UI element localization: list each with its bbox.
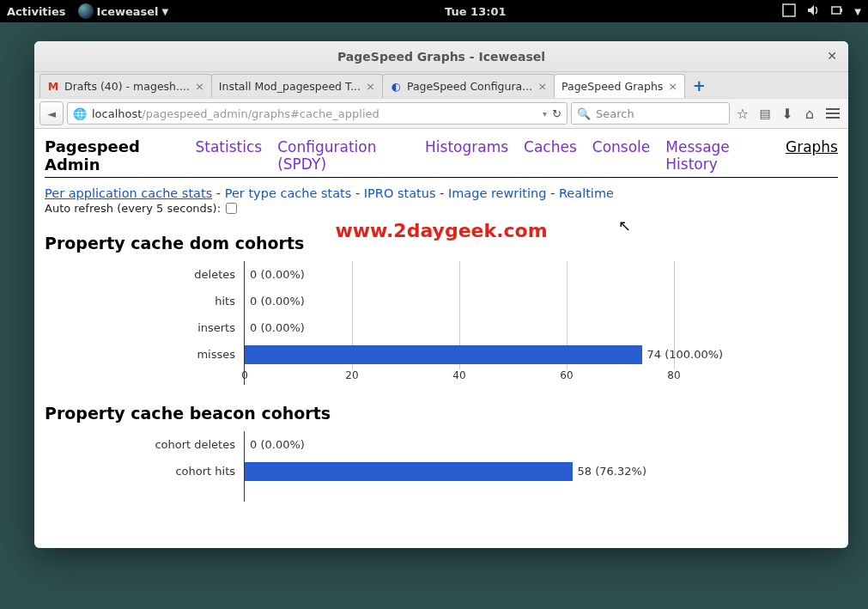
admin-link-graphs[interactable]: Graphs: [786, 138, 838, 155]
gnome-top-bar: Activities Iceweasel ▼ Tue 13:01 ▼: [0, 0, 868, 22]
url-bar[interactable]: 🌐 localhost/pagespeed_admin/graphs#cache…: [67, 102, 568, 125]
bar-label: inserts: [45, 314, 244, 341]
system-menu-chevron-icon[interactable]: ▼: [854, 7, 861, 16]
new-tab-button[interactable]: +: [689, 76, 708, 95]
nav-toolbar: ◄ 🌐 localhost/pagespeed_admin/graphs#cac…: [34, 98, 848, 129]
x-tick: 60: [560, 369, 573, 381]
subnav-per-app[interactable]: Per application cache stats: [45, 186, 212, 200]
subnav-image-rewriting[interactable]: Image rewriting: [448, 186, 547, 200]
page-content: Pagespeed Admin Statistics Configuration…: [34, 129, 848, 548]
subnav-ipro[interactable]: IPRO status: [364, 186, 436, 200]
chart-section: Property cache dom cohortsdeleteshitsins…: [45, 234, 838, 385]
x-tick: 80: [667, 369, 680, 381]
bar-label: misses: [45, 341, 244, 368]
cursor-icon: ↖: [618, 216, 631, 234]
bar-row: 0 (0.00%): [245, 288, 838, 314]
app-menu[interactable]: Iceweasel ▼: [78, 3, 169, 19]
x-axis: [245, 484, 838, 502]
bar-value: 0 (0.00%): [250, 321, 305, 334]
bar-value: 0 (0.00%): [250, 438, 305, 451]
admin-title: Pagespeed Admin: [45, 137, 179, 174]
bar-value: 0 (0.00%): [250, 295, 305, 308]
tab-install-mod[interactable]: Install Mod_pagespeed T... ×: [211, 74, 383, 98]
auto-refresh-label: Auto refresh (every 5 seconds):: [45, 202, 221, 215]
admin-link-configuration[interactable]: Configuration (SPDY): [277, 138, 410, 173]
bar: [245, 462, 573, 481]
x-tick: 40: [452, 369, 465, 381]
admin-link-console[interactable]: Console: [592, 138, 651, 155]
window-title: PageSpeed Graphs - Iceweasel: [337, 50, 545, 64]
tab-close-icon[interactable]: ×: [195, 80, 204, 93]
search-placeholder: Search: [596, 107, 634, 120]
admin-nav: Pagespeed Admin Statistics Configuration…: [45, 137, 838, 178]
search-bar[interactable]: 🔍 Search: [571, 102, 730, 125]
tab-pagespeed-graphs[interactable]: PageSpeed Graphs ×: [554, 74, 685, 98]
bar-row: 74 (100.00%): [245, 341, 838, 368]
a11y-icon[interactable]: [782, 3, 796, 20]
browser-window: PageSpeed Graphs - Iceweasel ✕ M Drafts …: [34, 41, 848, 548]
svg-rect-1: [832, 7, 841, 14]
bar-row: 0 (0.00%): [245, 431, 838, 458]
auto-refresh-row: Auto refresh (every 5 seconds):: [45, 202, 838, 215]
tab-strip: M Drafts (40) - magesh.... × Install Mod…: [34, 72, 848, 98]
tab-close-icon[interactable]: ×: [537, 80, 547, 93]
admin-link-statistics[interactable]: Statistics: [195, 138, 262, 155]
back-button[interactable]: ◄: [39, 101, 64, 125]
subnav-realtime[interactable]: Realtime: [559, 186, 614, 200]
admin-link-message-history[interactable]: Message History: [665, 138, 770, 173]
home-button[interactable]: ⌂: [800, 106, 819, 122]
bookmark-star-button[interactable]: ☆: [733, 106, 752, 122]
bar-label: deletes: [45, 261, 244, 288]
bar-chart: cohort deletescohort hits0 (0.00%)58 (76…: [45, 431, 838, 502]
chart-section: Property cache beacon cohortscohort dele…: [45, 404, 838, 502]
pagespeed-icon: ◐: [390, 81, 402, 93]
reader-view-button[interactable]: ▤: [756, 107, 774, 120]
bar-row: 58 (76.32%): [245, 458, 838, 484]
downloads-button[interactable]: ⬇: [778, 106, 797, 122]
battery-icon[interactable]: [830, 3, 844, 20]
chart-title: Property cache beacon cohorts: [45, 404, 838, 423]
clock[interactable]: Tue 13:01: [168, 5, 782, 18]
url-dropdown-icon[interactable]: ▾: [543, 109, 547, 119]
window-close-button[interactable]: ✕: [824, 48, 840, 64]
bar-value: 74 (100.00%): [647, 348, 724, 361]
window-titlebar[interactable]: PageSpeed Graphs - Iceweasel ✕: [34, 41, 848, 72]
reload-button[interactable]: ↻: [552, 107, 561, 120]
globe-icon: 🌐: [73, 107, 87, 120]
auto-refresh-checkbox[interactable]: [226, 203, 237, 214]
tab-close-icon[interactable]: ×: [668, 80, 677, 93]
activities-button[interactable]: Activities: [7, 5, 66, 18]
subnav-per-type[interactable]: Per type cache stats: [225, 186, 352, 200]
svg-rect-0: [783, 4, 795, 16]
tab-drafts[interactable]: M Drafts (40) - magesh.... ×: [39, 74, 212, 98]
url-text: localhost/pagespeed_admin/graphs#cache_a…: [92, 107, 537, 120]
bar-row: 0 (0.00%): [245, 261, 838, 288]
x-tick: 0: [241, 369, 248, 381]
menu-button[interactable]: [822, 108, 843, 119]
x-axis: 020406080: [245, 368, 838, 385]
graphs-subnav: Per application cache stats - Per type c…: [45, 186, 838, 200]
bar-label: cohort hits: [45, 458, 244, 484]
iceweasel-icon: [78, 3, 94, 19]
bar-label: hits: [45, 288, 244, 314]
svg-rect-2: [841, 9, 842, 12]
chevron-down-icon: ▼: [162, 7, 169, 16]
bar-value: 58 (76.32%): [578, 465, 646, 478]
gmail-icon: M: [47, 81, 59, 93]
search-icon: 🔍: [577, 107, 591, 120]
bar: [245, 345, 642, 364]
bar-value: 0 (0.00%): [250, 268, 305, 281]
bar-row: 0 (0.00%): [245, 314, 838, 341]
bar-label: cohort deletes: [45, 431, 244, 458]
tab-close-icon[interactable]: ×: [366, 80, 375, 93]
volume-icon[interactable]: [806, 3, 820, 20]
bar-chart: deleteshitsinsertsmisses0 (0.00%)0 (0.00…: [45, 261, 838, 385]
admin-link-caches[interactable]: Caches: [524, 138, 577, 155]
x-tick: 20: [345, 369, 358, 381]
admin-link-histograms[interactable]: Histograms: [425, 138, 508, 155]
watermark-text: www.2daygeek.com: [335, 220, 547, 241]
tab-pagespeed-config[interactable]: ◐ PageSpeed Configura... ×: [382, 74, 555, 98]
